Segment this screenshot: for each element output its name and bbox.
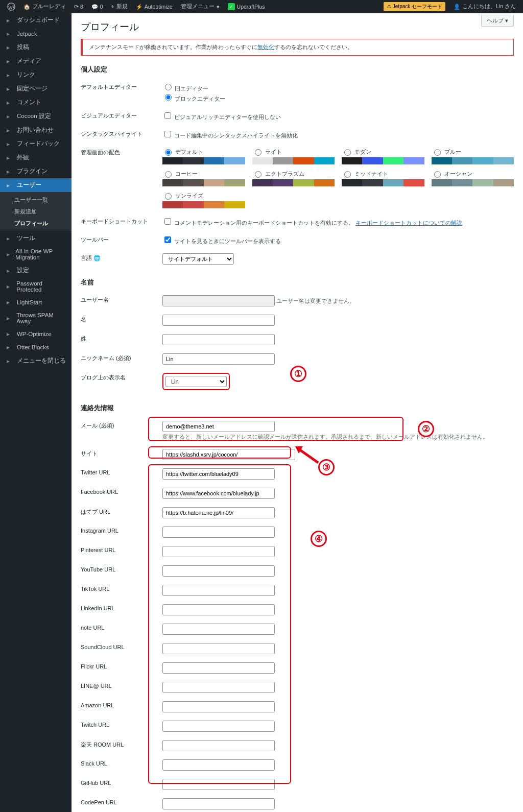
last-input[interactable] <box>162 334 275 345</box>
slack-input[interactable] <box>162 759 275 771</box>
my-account[interactable]: 👤 こんにちは、Lin さん <box>449 0 520 13</box>
youtube-input[interactable] <box>162 565 275 577</box>
soundcloud-input[interactable] <box>162 643 275 654</box>
color-scheme[interactable]: デフォルト <box>162 148 245 164</box>
shortcut-check[interactable]: コメントモデレーション用のキーボードショートカットを有効にする。 <box>162 220 354 226</box>
submenu-item[interactable]: ユーザー一覧 <box>0 194 72 206</box>
hatebu-input[interactable] <box>162 507 275 518</box>
linkedin-input[interactable] <box>162 604 275 615</box>
new-content[interactable]: + 新規 <box>107 0 132 13</box>
pinterest-input[interactable] <box>162 546 275 557</box>
color-scheme[interactable]: コーヒー <box>162 170 245 186</box>
admin-menu-link[interactable]: 管理メニュー ▾ <box>177 0 224 13</box>
visual-check[interactable]: ビジュアルリッチエディターを使用しない <box>162 114 281 120</box>
github-input[interactable] <box>162 779 275 790</box>
line-input[interactable] <box>162 682 275 693</box>
amazon-input[interactable] <box>162 701 275 712</box>
editor-old[interactable]: 旧エディター <box>162 85 208 91</box>
nick-label: ニックネーム (必須) <box>81 349 162 369</box>
menu-item[interactable]: ▸リンク <box>0 68 72 82</box>
updates[interactable]: ⟳ 8 <box>70 0 87 13</box>
menu-item[interactable]: ▸Otter Blocks <box>0 341 72 354</box>
flickr-input[interactable] <box>162 662 275 674</box>
help-tab[interactable]: ヘルプ ▾ <box>481 15 514 27</box>
submenu-item[interactable]: プロフィール <box>0 218 72 229</box>
tiktok-label: TikTok URL <box>81 581 162 600</box>
color-scheme[interactable]: オーシャン <box>432 170 514 186</box>
visual-label: ビジュアルエディター <box>81 107 162 125</box>
email-input[interactable] <box>162 421 275 432</box>
menu-item[interactable]: ▸Cocoon 設定 <box>0 109 72 123</box>
twitter-input[interactable] <box>162 468 275 480</box>
menu-item[interactable]: ▸外観 <box>0 151 72 164</box>
menu-item[interactable]: ▸投稿 <box>0 40 72 54</box>
codepen-input[interactable] <box>162 798 275 809</box>
site-name[interactable]: 🏠 ブルーレディ <box>19 0 70 13</box>
autoptimize[interactable]: ⚡ Autoptimize <box>132 0 177 13</box>
anno-1: ① <box>290 366 306 382</box>
menu-icon: ▸ <box>7 299 14 306</box>
color-scheme[interactable]: エクトプラズム <box>252 170 335 186</box>
menu-icon: ▸ <box>7 154 14 161</box>
menu-item[interactable]: ▸ユーザー <box>0 178 72 192</box>
menu-item[interactable]: ▸お問い合わせ <box>0 123 72 137</box>
menu-icon: ▸ <box>7 330 14 338</box>
jetpack-safe[interactable]: ⚠ Jetpack セーフモード <box>379 0 449 13</box>
flickr-label: Flickr URL <box>81 658 162 678</box>
menu-icon: ▸ <box>7 357 14 365</box>
github-label: GitHub URL <box>81 775 162 794</box>
nick-input[interactable] <box>162 353 275 365</box>
scheme-label: 管理画面の配色 <box>81 144 162 212</box>
shortcut-help-link[interactable]: キーボードショートカットについての解説 <box>355 220 462 226</box>
syntax-check[interactable]: コード編集中のシンタックスハイライトを無効化 <box>162 132 298 138</box>
twitch-input[interactable] <box>162 721 275 732</box>
color-scheme[interactable]: サンライズ <box>162 192 245 208</box>
editor-block[interactable]: ブロックエディター <box>162 95 225 102</box>
tiktok-input[interactable] <box>162 585 275 596</box>
menu-icon: ▸ <box>7 71 14 79</box>
wp-logo[interactable] <box>3 0 19 13</box>
menu-item[interactable]: ▸ツール <box>0 231 72 245</box>
username-desc: ユーザー名は変更できません。 <box>276 298 355 304</box>
note-input[interactable] <box>162 624 275 635</box>
facebook-input[interactable] <box>162 488 275 499</box>
menu-item[interactable]: ▸WP-Optimize <box>0 327 72 341</box>
rakuten-input[interactable] <box>162 740 275 751</box>
submenu-item[interactable]: 新規追加 <box>0 206 72 218</box>
site-input[interactable] <box>162 449 295 460</box>
color-scheme[interactable]: モダン <box>342 148 424 164</box>
menu-item[interactable]: ▸フィードバック <box>0 137 72 151</box>
menu-item[interactable]: ▸LightStart <box>0 296 72 309</box>
contact-heading: 連絡先情報 <box>81 403 514 413</box>
display-select[interactable]: Lin <box>165 376 227 387</box>
menu-icon: ▸ <box>7 44 14 51</box>
comments-count[interactable]: 💬 0 <box>87 0 107 13</box>
toolbar-check[interactable]: サイトを見るときにツールバーを表示する <box>162 238 281 244</box>
menu-item[interactable]: ▸Password Protected <box>0 277 72 296</box>
menu-item[interactable]: ▸ダッシュボード <box>0 13 72 27</box>
menu-item[interactable]: ▸メディア <box>0 54 72 68</box>
menu-item[interactable]: ▸コメント <box>0 95 72 109</box>
color-scheme[interactable]: ライト <box>252 148 335 164</box>
menu-icon: ▸ <box>7 99 14 106</box>
email-desc: 変更すると、新しいメールアドレスに確認メールが送信されます。承認されるまで、新し… <box>162 434 514 441</box>
personal-heading: 個人設定 <box>81 65 514 74</box>
menu-item[interactable]: ▸プラグイン <box>0 164 72 178</box>
color-scheme[interactable]: ミッドナイト <box>342 170 424 186</box>
disable-link[interactable]: 無効化 <box>257 44 274 50</box>
admin-sidebar: ▸ダッシュボード▸Jetpack▸投稿▸メディア▸リンク▸固定ページ▸コメント▸… <box>0 13 72 812</box>
admin-toolbar: 🏠 ブルーレディ ⟳ 8 💬 0 + 新規 ⚡ Autoptimize 管理メニ… <box>0 0 523 13</box>
first-input[interactable] <box>162 315 275 326</box>
instagram-input[interactable] <box>162 527 275 538</box>
menu-item[interactable]: ▸Throws SPAM Away <box>0 309 72 327</box>
updraft[interactable]: ✓ UpdraftPlus <box>224 0 269 13</box>
menu-item[interactable]: ▸設定 <box>0 264 72 277</box>
color-scheme[interactable]: ブルー <box>432 148 514 164</box>
soundcloud-label: SoundCloud URL <box>81 639 162 658</box>
menu-item[interactable]: ▸Jetpack <box>0 27 72 40</box>
menu-item[interactable]: ▸メニューを閉じる <box>0 354 72 368</box>
lang-select[interactable]: サイトデフォルト <box>162 253 234 265</box>
menu-item[interactable]: ▸All-in-One WP Migration <box>0 245 72 264</box>
instagram-label: Instagram URL <box>81 522 162 542</box>
menu-item[interactable]: ▸固定ページ <box>0 82 72 95</box>
